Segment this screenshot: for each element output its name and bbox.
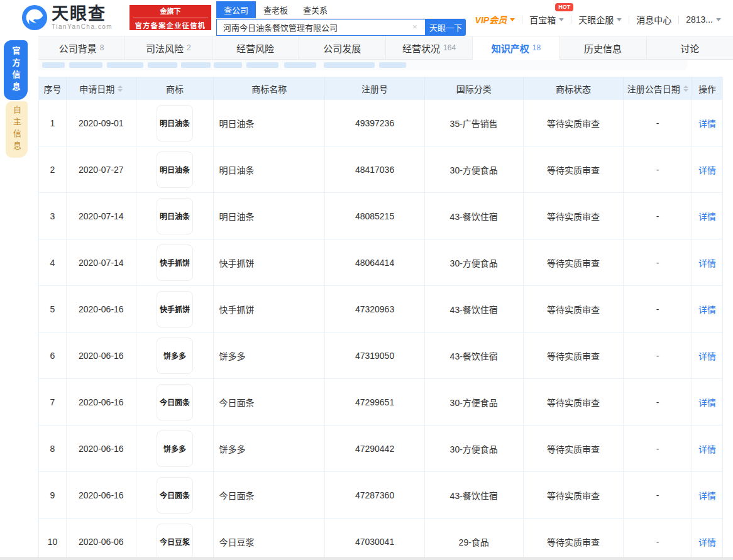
menu-item[interactable]: 消息中心 bbox=[629, 13, 678, 26]
search-tab[interactable]: 查公司 bbox=[216, 1, 256, 18]
cell-action: 详情 bbox=[692, 146, 722, 192]
logo[interactable]: 天眼查 TianYanCha.com bbox=[21, 4, 113, 31]
column-header[interactable]: 注册公告日期 bbox=[624, 77, 692, 100]
sort-desc-icon bbox=[118, 89, 123, 92]
cell-intl_class: 30-方便食品 bbox=[425, 379, 524, 425]
menu-item-label: 天眼企服 bbox=[578, 13, 614, 26]
menu-item-label: 消息中心 bbox=[636, 13, 671, 26]
trademark-image[interactable]: 明日油条 bbox=[157, 151, 193, 188]
column-header-label: 商标名称 bbox=[251, 82, 287, 95]
cell-name: 快手抓饼 bbox=[214, 286, 325, 332]
cell-name: 明日油条 bbox=[214, 146, 325, 192]
tab-item[interactable]: 司法风险2 bbox=[125, 36, 212, 60]
menu-item[interactable]: 百宝箱HOT bbox=[522, 13, 571, 26]
tab-item[interactable]: 公司背景8 bbox=[38, 36, 125, 60]
tab-label: 知识产权 bbox=[492, 41, 529, 55]
sort-icon[interactable] bbox=[118, 85, 123, 92]
clear-search-icon[interactable]: × bbox=[412, 23, 417, 31]
search-input[interactable] bbox=[216, 19, 426, 36]
table-body: 12020-09-01明日油条明日油条4939723635-广告销售等待实质审查… bbox=[39, 100, 722, 560]
tab-item[interactable]: 经营状况164 bbox=[386, 36, 473, 60]
column-header-label: 操作 bbox=[698, 82, 716, 95]
subnav-chip[interactable] bbox=[107, 62, 143, 68]
sort-icon[interactable] bbox=[683, 85, 688, 92]
subnav-chip[interactable] bbox=[42, 62, 65, 68]
tab-item[interactable]: 经营风险 bbox=[212, 36, 299, 60]
cell-name: 快手抓饼 bbox=[214, 239, 325, 285]
cell-mark: 饼多多 bbox=[136, 332, 214, 378]
detail-link[interactable]: 详情 bbox=[698, 489, 716, 502]
trademark-image[interactable]: 今日面条 bbox=[157, 477, 193, 513]
page-bottom-edge bbox=[0, 557, 733, 560]
detail-link[interactable]: 详情 bbox=[698, 535, 716, 548]
tab-item[interactable]: 公司发展 bbox=[299, 36, 386, 60]
top-menu: VIP会员百宝箱HOT天眼企服消息中心2813... bbox=[468, 13, 728, 26]
cell-action: 详情 bbox=[692, 100, 722, 146]
subnav-chip[interactable] bbox=[214, 62, 242, 68]
cell-date: 2020-07-14 bbox=[67, 239, 136, 285]
subnav-chip[interactable] bbox=[324, 62, 375, 68]
cell-intl_class: 30-方便食品 bbox=[425, 239, 524, 285]
trademark-image[interactable]: 快手抓饼 bbox=[157, 291, 193, 327]
side-tab-self-info[interactable]: 自主信息 bbox=[6, 101, 28, 158]
subnav-chip[interactable] bbox=[379, 62, 406, 68]
tab-item[interactable]: 历史信息 bbox=[560, 36, 647, 60]
brand-name: 天眼查 bbox=[52, 6, 113, 23]
cell-date: 2020-09-01 bbox=[67, 100, 136, 146]
menu-item-label: 百宝箱 bbox=[529, 13, 556, 26]
table-row: 72020-06-16今日面条今日面条4729965130-方便食品等待实质审查… bbox=[39, 379, 722, 425]
table-row: 12020-09-01明日油条明日油条4939723635-广告销售等待实质审查… bbox=[39, 100, 722, 146]
cell-action: 详情 bbox=[692, 379, 722, 425]
tab-item[interactable]: 知识产权18 bbox=[473, 36, 559, 60]
menu-item[interactable]: 天眼企服 bbox=[571, 13, 629, 26]
search-row: × 天眼一下 bbox=[216, 19, 466, 36]
trademark-image[interactable]: 明日油条 bbox=[157, 198, 193, 234]
trademark-image[interactable]: 饼多多 bbox=[157, 431, 193, 467]
search-tab[interactable]: 查关系 bbox=[295, 1, 335, 18]
cell-date: 2020-07-14 bbox=[67, 193, 136, 239]
tab-label: 讨论 bbox=[680, 41, 699, 55]
tab-label: 历史信息 bbox=[584, 41, 622, 55]
menu-item[interactable]: VIP会员 bbox=[468, 13, 522, 26]
subnav-chip[interactable] bbox=[246, 62, 278, 68]
column-header-label: 序号 bbox=[43, 82, 61, 95]
detail-link[interactable]: 详情 bbox=[698, 442, 716, 455]
trademark-image[interactable]: 快手抓饼 bbox=[157, 244, 193, 281]
chevron-down-icon bbox=[510, 18, 515, 21]
cell-name: 明日油条 bbox=[214, 100, 325, 146]
subnav-chip[interactable] bbox=[284, 62, 316, 68]
chevron-down-icon bbox=[559, 18, 564, 21]
subnav-chip[interactable] bbox=[69, 62, 102, 68]
subnav-chip[interactable] bbox=[181, 62, 211, 68]
subnav-chip[interactable] bbox=[148, 62, 177, 68]
detail-link[interactable]: 详情 bbox=[698, 256, 716, 269]
cell-status: 等待实质审查 bbox=[524, 100, 624, 146]
detail-link[interactable]: 详情 bbox=[698, 117, 716, 129]
cell-date: 2020-06-16 bbox=[67, 425, 136, 471]
table-row: 22020-07-27明日油条明日油条4841703630-方便食品等待实质审查… bbox=[39, 146, 722, 193]
trademark-image[interactable]: 明日油条 bbox=[157, 105, 193, 141]
cell-intl_class: 30-方便食品 bbox=[425, 146, 524, 192]
trademark-image[interactable]: 今日面条 bbox=[157, 384, 193, 420]
detail-link[interactable]: 详情 bbox=[698, 210, 716, 222]
detail-link[interactable]: 详情 bbox=[698, 396, 716, 409]
tab-label: 经营风险 bbox=[236, 41, 274, 55]
search-button[interactable]: 天眼一下 bbox=[426, 19, 466, 36]
cell-name: 今日面条 bbox=[214, 472, 325, 518]
top-header: 天眼查 TianYanCha.com 国家中小企业发展子基金旗下 官方备案企业征… bbox=[0, 0, 733, 36]
detail-link[interactable]: 详情 bbox=[698, 303, 716, 316]
search-tab[interactable]: 查老板 bbox=[256, 1, 295, 18]
menu-item[interactable]: 2813... bbox=[679, 14, 728, 25]
cell-pub_date: - bbox=[624, 239, 692, 285]
detail-link[interactable]: 详情 bbox=[698, 349, 716, 362]
tab-item[interactable]: 讨论 bbox=[647, 36, 733, 60]
cell-intl_class: 30-方便食品 bbox=[425, 425, 524, 471]
cell-mark: 饼多多 bbox=[136, 425, 214, 471]
detail-link[interactable]: 详情 bbox=[698, 163, 716, 176]
trademark-image[interactable]: 饼多多 bbox=[157, 338, 193, 374]
column-header[interactable]: 申请日期 bbox=[67, 77, 136, 100]
cell-reg_no: 49397236 bbox=[325, 100, 425, 146]
cell-no: 3 bbox=[39, 193, 67, 239]
trademark-image[interactable]: 今日豆浆 bbox=[157, 524, 193, 560]
side-tab-official-info[interactable]: 官方信息 bbox=[4, 40, 28, 100]
